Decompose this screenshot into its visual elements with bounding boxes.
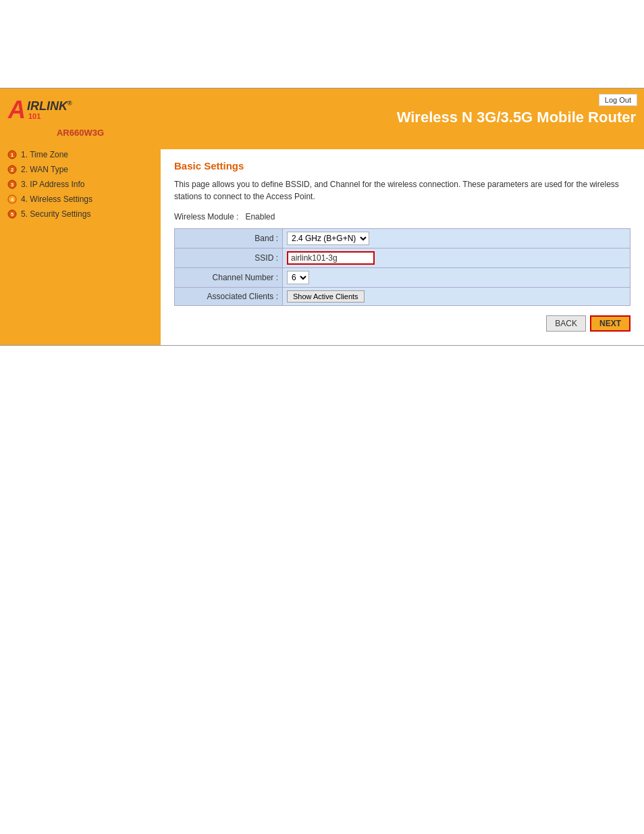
sidebar-item-ip-address[interactable]: 3 3. IP Address Info [0,177,161,192]
channel-label: Channel Number : [175,268,283,288]
sidebar-item-wireless-settings[interactable]: 4 4. Wireless Settings [0,192,161,207]
settings-table: Band : 2.4 GHz (B+G+N) SSID : [174,228,630,306]
svg-text:2: 2 [11,167,14,173]
top-spacer [0,0,644,88]
wireless-module-value: Enabled [245,212,275,221]
channel-value-cell: 6 [283,268,630,288]
button-row: BACK NEXT [174,315,630,332]
nav-items: 1 1. Time Zone 2 2. WAN Type 3 3. IP Add… [0,145,161,224]
content-description: This page allows you to define BSSID, an… [174,178,630,203]
ssid-row: SSID : [175,249,630,268]
ssid-label: SSID : [175,249,283,268]
logo-text-group: IRLINK® 101 [27,100,72,120]
outer-layout: A IRLINK® 101 AR660W3G 1 1. Time Zone 2 [0,88,644,345]
ssid-input[interactable] [287,251,375,265]
nav-icon-time-zone: 1 [7,149,18,160]
content-title: Basic Settings [174,160,630,172]
sidebar-label-security-settings: 5. Security Settings [21,209,90,219]
svg-text:4: 4 [11,197,14,203]
sidebar-label-time-zone: 1. Time Zone [21,150,68,159]
band-value-cell: 2.4 GHz (B+G+N) [283,229,630,249]
logo-101: 101 [28,112,72,120]
back-button[interactable]: BACK [546,315,586,332]
bottom-spacer [0,346,644,834]
nav-icon-security-settings: 5 [7,209,18,219]
content-area: Basic Settings This page allows you to d… [161,149,644,345]
model-name: AR660W3G [0,126,161,145]
sidebar-item-security-settings[interactable]: 5 5. Security Settings [0,207,161,221]
right-panel: Log Out Wireless N 3G/3.5G Mobile Router… [161,88,644,345]
associated-value-cell: Show Active Clients [283,288,630,306]
nav-icon-wan-type: 2 [7,164,18,175]
wireless-module-row: Wireless Module : Enabled [174,212,630,221]
logo-irlink: IRLINK® [27,99,72,113]
nav-icon-wireless-settings: 4 [7,194,18,205]
logo-a-letter: A [8,98,26,122]
svg-text:3: 3 [11,182,14,188]
wireless-module-label: Wireless Module : [174,212,238,221]
next-button[interactable]: NEXT [590,315,630,332]
logo-area: A IRLINK® 101 [0,88,161,126]
sidebar: A IRLINK® 101 AR660W3G 1 1. Time Zone 2 [0,88,161,345]
associated-label: Associated Clients : [175,288,283,306]
sidebar-label-wan-type: 2. WAN Type [21,165,68,174]
ssid-value-cell [283,249,630,268]
logout-button[interactable]: Log Out [599,94,637,106]
show-clients-button[interactable]: Show Active Clients [287,290,365,303]
sidebar-item-wan-type[interactable]: 2 2. WAN Type [0,162,161,177]
svg-text:5: 5 [11,211,14,217]
associated-row: Associated Clients : Show Active Clients [175,288,630,306]
sidebar-label-ip-address: 3. IP Address Info [21,180,85,189]
band-row: Band : 2.4 GHz (B+G+N) [175,229,630,249]
sidebar-item-time-zone[interactable]: 1 1. Time Zone [0,147,161,162]
page-wrapper: A IRLINK® 101 AR660W3G 1 1. Time Zone 2 [0,0,644,834]
svg-text:1: 1 [11,152,14,158]
band-label: Band : [175,229,283,249]
nav-icon-ip-address: 3 [7,179,18,190]
band-select[interactable]: 2.4 GHz (B+G+N) [287,232,369,245]
banner: Log Out Wireless N 3G/3.5G Mobile Router [161,88,644,149]
sidebar-label-wireless-settings: 4. Wireless Settings [21,194,92,204]
channel-row: Channel Number : 6 [175,268,630,288]
banner-title: Wireless N 3G/3.5G Mobile Router [161,88,644,133]
channel-select[interactable]: 6 [287,271,309,284]
